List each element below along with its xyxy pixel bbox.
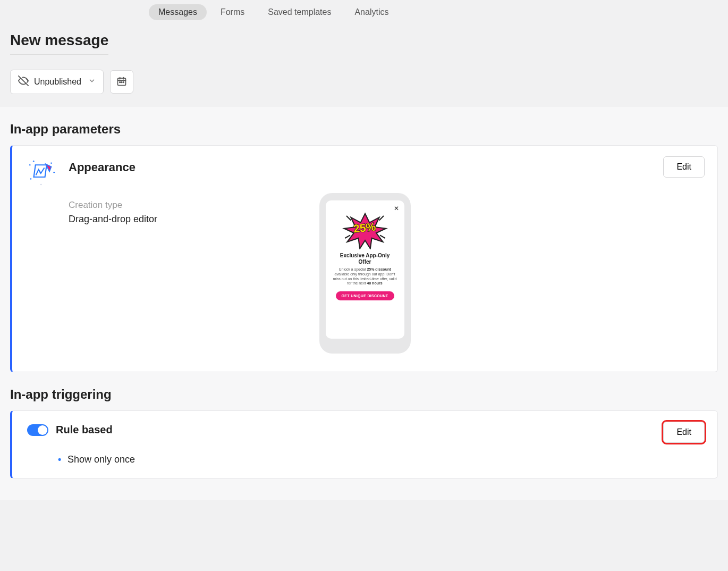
svg-point-9 [33,161,35,162]
svg-line-19 [380,235,385,238]
preview-body-bold1: 25% discount [367,267,391,271]
preview-body-bold2: 48 hours [367,281,382,285]
schedule-button[interactable] [110,70,133,94]
svg-point-6 [121,81,122,82]
section-inapp-params: In-app parameters [0,107,728,145]
svg-point-5 [120,81,121,82]
eye-off-icon [18,75,29,88]
appearance-card: Edit Appearance Creation type [10,145,718,372]
rule-card: Edit Rule based Show only once [10,410,718,478]
preview-body-pre: Unlock a special [338,267,367,271]
preview-title: Exclusive App-Only Offer [334,253,396,265]
section-inapp-triggering: In-app triggering [0,372,728,410]
tab-messages[interactable]: Messages [149,4,207,20]
page-title: New message [10,32,108,55]
svg-text:25%: 25% [353,220,377,234]
edit-appearance-button[interactable]: Edit [663,156,705,178]
status-label: Unpublished [34,77,81,87]
tab-forms[interactable]: Forms [211,4,254,20]
svg-line-18 [345,235,350,238]
preview-body: Unlock a special 25% discount available … [332,267,398,286]
tab-saved-templates[interactable]: Saved templates [258,4,341,20]
appearance-icon [27,158,57,188]
svg-point-13 [40,184,42,186]
top-tabs: Messages Forms Saved templates Analytics [0,0,728,24]
status-dropdown[interactable]: Unpublished [10,70,104,94]
close-icon: ✕ [394,205,399,212]
edit-rule-button[interactable]: Edit [663,422,705,443]
rule-title: Rule based [56,424,113,436]
svg-point-7 [123,81,124,82]
phone-frame: ✕ 25% Exclusive App-O [319,193,411,354]
chevron-down-icon [88,77,96,87]
calendar-icon [116,76,127,88]
svg-point-11 [53,172,55,173]
discount-burst-icon: 25% [331,212,399,249]
rule-toggle[interactable] [27,424,48,436]
svg-point-8 [29,164,31,166]
svg-point-10 [50,162,52,164]
preview-screen: ✕ 25% Exclusive App-O [326,200,404,339]
rule-item: Show only once [58,454,702,465]
preview-body-mid: available only through our app! Don't mi… [333,272,396,286]
preview-cta: GET UNIQUE DISCOUNT [336,291,394,300]
toolbar: Unpublished [0,57,728,107]
tab-analytics[interactable]: Analytics [345,4,398,20]
svg-point-12 [30,178,32,180]
rule-list: Show only once [58,454,702,465]
appearance-title: Appearance [69,161,136,174]
